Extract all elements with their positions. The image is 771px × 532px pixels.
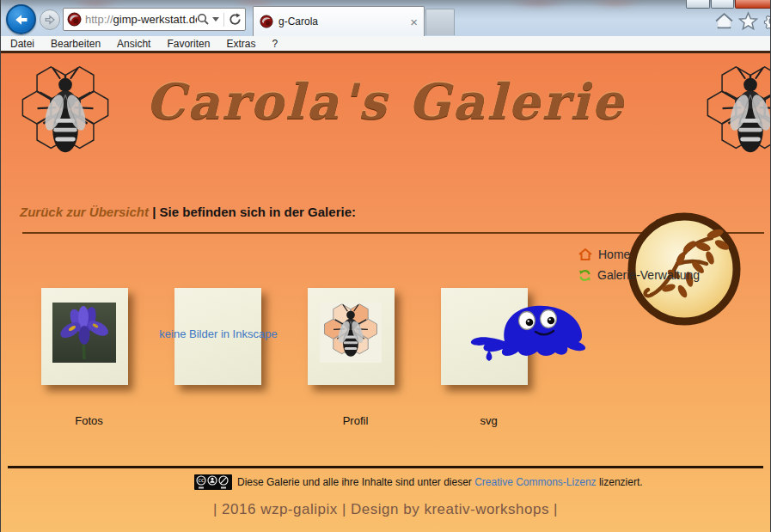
gallery-card-profil[interactable] [308, 288, 395, 385]
webpage-content: Carola's Galerie Zurück zur Übersicht | … [1, 51, 770, 532]
tab-title: g-Carola [278, 15, 410, 28]
gallery-admin-label: Galerie-Verwaltung [597, 268, 700, 282]
url-scheme: http:// [85, 13, 113, 26]
menu-favoriten[interactable]: Favoriten [167, 38, 210, 50]
back-button[interactable] [6, 4, 36, 34]
license-row: cc Diese Galerie und alle ihre Inhalte s… [194, 474, 643, 490]
forward-arrow-icon [43, 13, 57, 27]
site-favicon [67, 12, 82, 27]
home-house-icon [578, 248, 592, 260]
license-text-after: lizenziert. [599, 476, 643, 488]
breadcrumb: Zurück zur Übersicht | Sie befinden sich… [20, 205, 356, 219]
license-text: Diese Galerie und alle ihre Inhalte sind… [237, 476, 643, 488]
gallery-admin-link[interactable]: Galerie-Verwaltung [578, 268, 700, 282]
footer-separator-line [8, 466, 763, 468]
gallery-status-text: Sie befinden sich in der Galerie: [160, 205, 356, 219]
breadcrumb-separator: | [152, 205, 156, 219]
menu-help[interactable]: ? [272, 38, 278, 50]
refresh-icon[interactable] [229, 13, 242, 26]
menu-extras[interactable]: Extras [226, 38, 255, 50]
browser-toolbar: http://gimp-werkstatt.de/ g-Ca [1, 0, 770, 36]
forward-button[interactable] [40, 9, 60, 30]
home-link-label: Home [598, 248, 630, 261]
address-bar[interactable]: http://gimp-werkstatt.de/ [63, 8, 246, 31]
new-tab-button[interactable] [425, 9, 455, 35]
footer-credits: | 2016 wzp-galipix | Design by kreativ-w… [1, 501, 770, 518]
home-toolbar-icon[interactable] [714, 11, 734, 31]
back-to-overview-link[interactable]: Zurück zur Übersicht [20, 205, 149, 219]
tools-gear-icon[interactable] [762, 11, 771, 31]
tab-favicon [260, 15, 273, 28]
tab-close-icon[interactable]: × [410, 15, 418, 28]
card-label-profil[interactable]: Profil [312, 414, 399, 427]
browser-window: http://gimp-werkstatt.de/ g-Ca [0, 0, 771, 532]
cc-license-link[interactable]: Creative Commons-Lizenz [474, 476, 596, 488]
favorites-star-icon[interactable] [738, 11, 758, 31]
inkscape-empty-text[interactable]: keine Bilder in Inkscape [159, 327, 277, 340]
card-label-svg[interactable]: svg [445, 414, 532, 427]
profile-bee-thumbnail [319, 303, 382, 363]
cc-by-nc-badge-icon[interactable]: cc [194, 474, 232, 490]
url-text[interactable]: http://gimp-werkstatt.de/ [85, 13, 197, 26]
search-icon[interactable] [197, 13, 210, 26]
menu-ansicht[interactable]: Ansicht [117, 38, 150, 50]
menu-bar: Datei Bearbeiten Ansicht Favoriten Extra… [1, 36, 770, 51]
divider [223, 13, 224, 27]
gallery-admin-icon [578, 269, 591, 282]
page-title: Carola's Galerie [1, 72, 770, 130]
close-window-button[interactable] [735, 0, 771, 9]
card-label-fotos[interactable]: Fotos [46, 414, 132, 427]
search-dropdown-icon[interactable] [212, 17, 219, 21]
menu-bearbeiten[interactable]: Bearbeiten [51, 38, 101, 50]
home-link[interactable]: Home [578, 248, 630, 261]
maximize-button[interactable] [711, 0, 734, 9]
iris-photo-thumbnail [52, 303, 116, 363]
menu-datei[interactable]: Datei [10, 38, 34, 50]
url-host: gimp-werkstatt.de/ [113, 13, 197, 26]
back-arrow-icon [12, 10, 31, 29]
svg-text:cc: cc [198, 477, 205, 484]
octopus-svg-thumbnail [451, 303, 589, 368]
tab-g-carola[interactable]: g-Carola × [253, 6, 425, 36]
license-text-before: Diese Galerie und alle ihre Inhalte sind… [237, 476, 472, 488]
gallery-card-fotos[interactable] [41, 288, 128, 385]
minimize-button[interactable] [686, 0, 710, 9]
